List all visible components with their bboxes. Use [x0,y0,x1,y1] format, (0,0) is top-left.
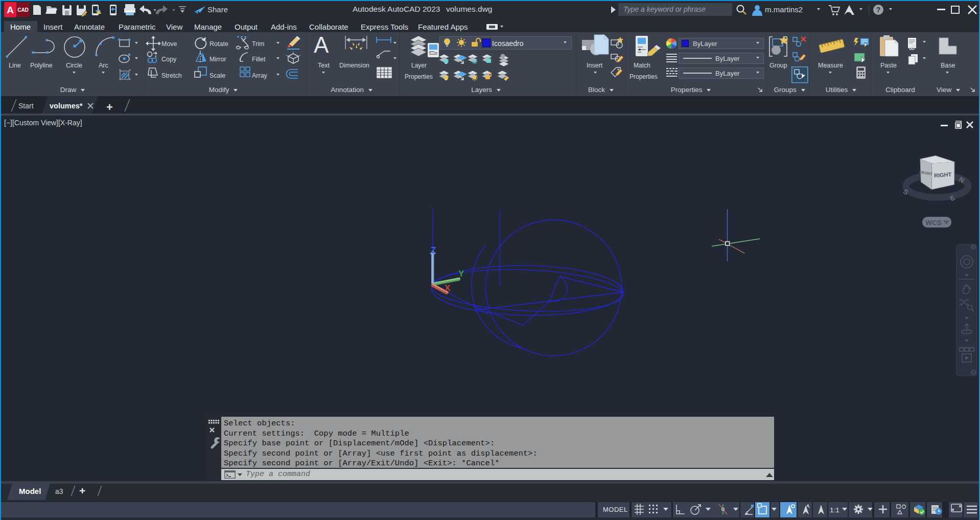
svg-text:Y: Y [458,269,464,279]
svg-text:RIGHT: RIGHT [934,171,952,178]
svg-text:X: X [445,283,451,293]
svg-text:Z: Z [431,245,436,255]
svg-text:1:1: 1:1 [830,506,839,514]
svg-text:WCS: WCS [925,219,942,227]
